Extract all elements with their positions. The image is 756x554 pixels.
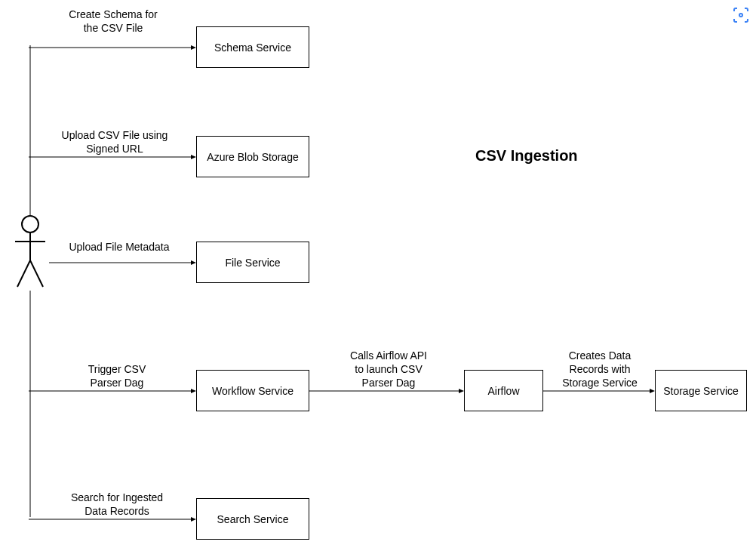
label-text: Data Records [85,505,149,517]
arrow-to-schema [29,45,196,53]
svg-line-4 [30,260,43,287]
box-file-service: File Service [196,242,309,283]
label-text: Records with [570,363,631,375]
label-text: Upload CSV File using [62,129,168,141]
label-text: Search for Ingested [71,491,163,503]
label-text: Trigger CSV [88,363,146,375]
box-schema-service: Schema Service [196,26,309,68]
label-search: Search for Ingested Data Records [60,491,174,518]
label-upload-metadata: Upload File Metadata [59,240,180,254]
diagram-title: CSV Ingestion [475,147,578,165]
label-trigger-csv: Trigger CSV Parser Dag [79,362,155,389]
label-text: Parser Dag [362,377,416,389]
box-workflow-service: Workflow Service [196,370,309,411]
svg-marker-16 [459,389,464,393]
arrow-to-file [49,260,196,268]
label-upload-csv: Upload CSV File using Signed URL [54,128,175,155]
arrow-to-search [29,517,196,525]
label-create-schema: Create Schema for the CSV File [60,8,166,35]
label-text: Storage Service [562,377,638,389]
label-text: Creates Data [569,349,631,362]
box-airflow: Airflow [464,370,543,411]
svg-marker-18 [650,389,655,393]
label-creates-data: Creates Data Records with Storage Servic… [555,349,645,390]
svg-marker-8 [191,45,196,50]
arrow-to-workflow [29,389,196,396]
box-azure-blob: Azure Blob Storage [196,136,309,177]
label-text: the CSV File [84,22,143,34]
label-text: Parser Dag [91,377,144,389]
svg-marker-10 [191,155,196,159]
arrow-to-azure [29,155,196,162]
label-airflow-api: Calls Airflow API to launch CSV Parser D… [340,349,438,390]
box-storage-service: Storage Service [655,370,747,411]
label-text: Create Schema for [69,8,158,20]
actor-vertical-line [29,45,32,517]
label-text: Signed URL [86,143,143,155]
svg-marker-12 [191,260,196,265]
scan-icon[interactable] [732,6,750,24]
svg-point-21 [739,14,742,17]
svg-marker-14 [191,389,196,393]
svg-marker-20 [191,517,196,522]
label-text: Calls Airflow API [350,349,427,362]
box-search-service: Search Service [196,498,309,540]
label-text: to launch CSV [355,363,423,375]
